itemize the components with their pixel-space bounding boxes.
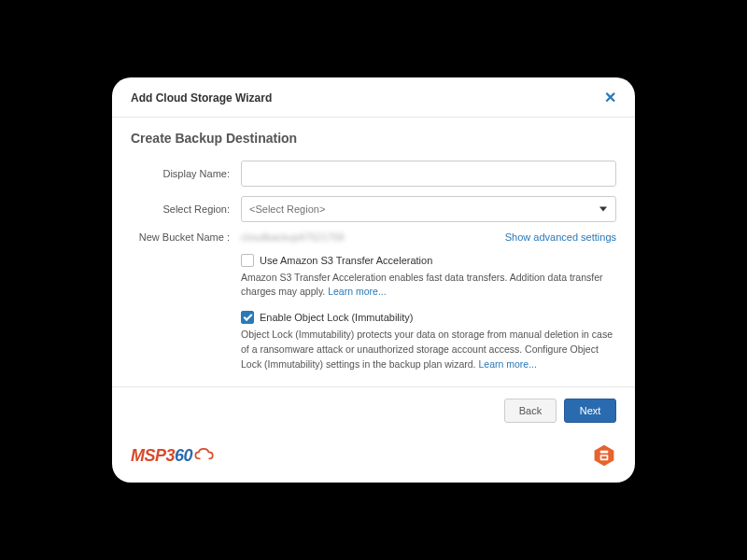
s3-accel-help-text: Amazon S3 Transfer Acceleration enables … [241, 272, 603, 298]
new-bucket-value: cloudbackup47521759 [241, 231, 345, 243]
display-name-input[interactable] [241, 161, 616, 187]
display-name-label: Display Name: [131, 168, 241, 179]
object-lock-help: Object Lock (Immutability) protects your… [241, 328, 616, 371]
wizard-title: Add Cloud Storage Wizard [131, 91, 272, 105]
hex-badge-icon [592, 443, 616, 468]
wizard-header: Add Cloud Storage Wizard ✕ [112, 77, 635, 118]
object-lock-learn-more-link[interactable]: Learn more... [478, 358, 536, 370]
wizard-body: Create Backup Destination Display Name: … [112, 118, 635, 387]
s3-accel-checkbox[interactable] [241, 254, 254, 267]
display-name-row: Display Name: [131, 161, 616, 187]
back-button[interactable]: Back [504, 399, 557, 423]
object-lock-block: Enable Object Lock (Immutability) [241, 311, 616, 324]
msp360-logo: MSP360 [131, 446, 215, 466]
select-region-row: Select Region: [131, 196, 616, 222]
logo-msp: MSP [131, 446, 166, 466]
object-lock-label: Enable Object Lock (Immutability) [260, 312, 413, 323]
next-button[interactable]: Next [564, 399, 616, 423]
s3-accel-block: Use Amazon S3 Transfer Acceleration [241, 254, 616, 267]
s3-accel-learn-more-link[interactable]: Learn more... [328, 286, 386, 297]
logo-3: 3 [166, 446, 176, 466]
logo-0: 0 [184, 446, 193, 466]
select-region-dropdown[interactable] [241, 196, 616, 222]
show-advanced-link[interactable]: Show advanced settings [505, 231, 616, 243]
object-lock-checkbox[interactable] [241, 311, 254, 324]
section-title: Create Backup Destination [131, 131, 616, 146]
svg-rect-3 [601, 456, 606, 459]
s3-accel-help: Amazon S3 Transfer Acceleration enables … [241, 271, 616, 301]
new-bucket-label: New Bucket Name : [131, 231, 241, 243]
brand-bar: MSP360 [112, 434, 635, 483]
object-lock-help-text: Object Lock (Immutability) protects your… [241, 329, 613, 370]
s3-accel-label: Use Amazon S3 Transfer Acceleration [260, 255, 432, 266]
new-bucket-row: New Bucket Name : cloudbackup47521759 Sh… [131, 231, 616, 243]
select-region-label: Select Region: [131, 203, 241, 215]
cloud-icon [194, 448, 215, 461]
wizard-footer: Back Next [112, 386, 635, 434]
svg-rect-1 [600, 451, 609, 454]
wizard-panel: Add Cloud Storage Wizard ✕ Create Backup… [112, 77, 635, 483]
close-icon[interactable]: ✕ [604, 91, 616, 105]
logo-6: 6 [175, 446, 184, 466]
